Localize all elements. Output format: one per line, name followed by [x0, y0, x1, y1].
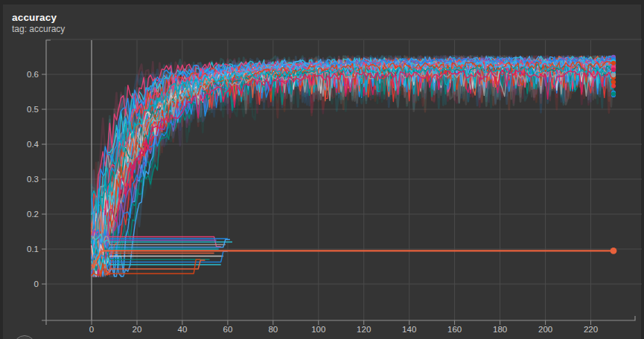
y-tick-label: 0.5 — [27, 105, 39, 114]
x-tick-label: 100 — [311, 325, 325, 334]
x-tick-label: 20 — [133, 325, 142, 334]
chart-header: accuracy tag: accuracy — [12, 11, 65, 35]
x-tick-label: 0 — [89, 325, 94, 334]
y-tick-label: 0.1 — [27, 245, 39, 254]
x-tick-label: 40 — [178, 325, 188, 334]
y-tick-label: 0.2 — [27, 210, 39, 219]
x-tick-label: 180 — [493, 325, 507, 334]
x-tick-label: 60 — [223, 325, 233, 334]
chart-title: accuracy — [12, 11, 65, 24]
accuracy-line-chart[interactable]: 00.10.20.30.40.50.6020406080100120140160… — [0, 0, 644, 339]
y-tick-label: 0 — [34, 280, 39, 288]
y-tick-label: 0.4 — [27, 140, 39, 149]
chart-tag-subtitle: tag: accuracy — [12, 24, 65, 35]
x-tick-label: 200 — [538, 325, 552, 334]
y-tick-label: 0.6 — [27, 70, 39, 79]
run-endpoint-dot — [611, 73, 616, 77]
x-tick-label: 160 — [447, 325, 462, 334]
page: { "header": { "title": "accuracy", "tag"… — [0, 0, 644, 339]
run-endpoint-dot — [611, 61, 616, 65]
x-tick-label: 140 — [402, 325, 416, 334]
x-tick-label: 120 — [357, 325, 371, 334]
run-endpoint-dot — [611, 83, 616, 88]
y-tick-label: 0.3 — [27, 175, 39, 184]
x-tick-label: 80 — [268, 325, 278, 334]
run-endpoint-dot — [611, 91, 616, 96]
x-tick-label: 220 — [584, 325, 598, 334]
highlight-endpoint-dot — [610, 248, 617, 254]
run-endpoint-dot — [611, 68, 616, 72]
